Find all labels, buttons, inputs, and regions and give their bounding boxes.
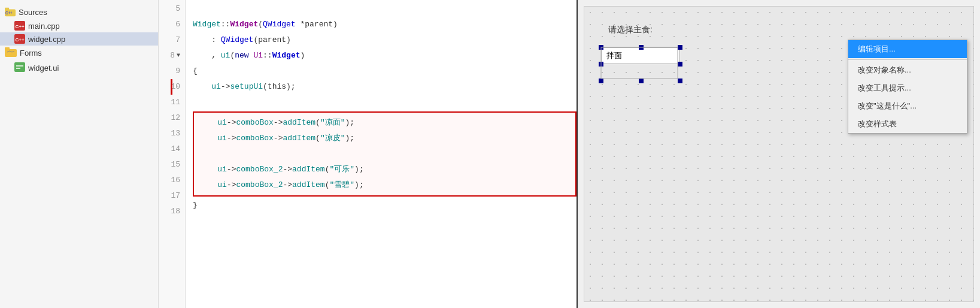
code-editor-panel: 5 6 7 8 9 10 11 12 13 14 15 16 17 18 Wid…	[159, 0, 578, 308]
selection-handle-br	[678, 78, 682, 83]
forms-label: Forms	[20, 49, 42, 58]
code-line-14	[194, 146, 575, 162]
line-num-8: 8	[170, 48, 180, 64]
line-num-9: 9	[175, 64, 180, 79]
svg-rect-8	[5, 47, 10, 50]
sidebar-item-sources[interactable]: C++ Sources	[0, 5, 158, 19]
svg-text:C++: C++	[5, 11, 13, 16]
line-num-7: 7	[175, 32, 180, 48]
line-num-16: 16	[171, 173, 180, 188]
svg-text:C++: C++	[15, 24, 24, 29]
code-line-8: , ui(new Ui::Widget)	[193, 48, 577, 64]
sidebar-item-widget-cpp[interactable]: C++ widget.cpp	[0, 32, 158, 46]
selection-handle-bm	[639, 78, 644, 83]
widget-ui-label: widget.ui	[28, 64, 59, 73]
line-num-17: 17	[171, 188, 180, 204]
context-menu-edit-items[interactable]: 编辑项目...	[848, 40, 967, 58]
sidebar-item-widget-ui[interactable]: widget.ui	[0, 61, 158, 76]
svg-text:C++: C++	[15, 37, 24, 43]
context-menu-change-tooltip[interactable]: 改变工具提示...	[848, 79, 967, 97]
line-num-13: 13	[171, 126, 180, 141]
sources-label: Sources	[19, 8, 47, 17]
combobox-widget[interactable]: 拌面	[601, 47, 680, 64]
sidebar-item-main-cpp[interactable]: C++ main.cpp	[0, 19, 158, 32]
selection-handle-tm	[639, 45, 644, 50]
widget-cpp-label: widget.cpp	[28, 35, 65, 44]
code-line-13: ui->comboBox->addItem("凉皮");	[194, 131, 575, 146]
line-num-18: 18	[171, 204, 180, 219]
context-menu-change-stylesheet[interactable]: 改变样式表	[848, 115, 967, 133]
line-num-12: 12	[171, 110, 180, 126]
code-line-10: ui->setupUi(this);	[193, 79, 577, 95]
line-num-11: 11	[171, 95, 180, 110]
line-num-5: 5	[175, 1, 180, 17]
code-line-12: ui->comboBox->addItem("凉面");	[194, 115, 575, 131]
code-line-16: ui->comboBox_2->addItem("雪碧");	[194, 177, 575, 193]
context-menu-change-name[interactable]: 改变对象名称...	[848, 61, 967, 79]
combobox-value: 拌面	[606, 50, 622, 61]
folder-cpp-icon: C++	[5, 7, 16, 17]
selection-handle-tl	[599, 45, 603, 50]
folder-forms-icon	[5, 47, 17, 59]
cpp-icon-2: C++	[14, 34, 25, 44]
sidebar-item-forms[interactable]: Forms	[0, 46, 158, 61]
code-line-11	[193, 95, 577, 110]
file-tree-panel: C++ Sources C++ main.cpp C++ widget.cpp	[0, 0, 159, 308]
context-menu-change-whatsthis[interactable]: 改变"这是什么"...	[848, 97, 967, 115]
code-line-18	[193, 213, 577, 229]
context-menu-separator-1	[848, 59, 967, 60]
selection-handle-mr	[678, 62, 682, 67]
selection-handle-ml	[599, 62, 603, 67]
highlighted-code-block: ui->comboBox->addItem("凉面"); ui->comboBo…	[193, 111, 577, 197]
code-line-9: {	[193, 64, 577, 79]
code-line-17: }	[193, 198, 577, 213]
designer-canvas[interactable]: 请选择主食: 拌面 编辑项目...	[584, 6, 974, 302]
main-food-label: 请选择主食:	[608, 25, 653, 35]
context-menu: 编辑项目... 改变对象名称... 改变工具提示... 改变"这是什么"... …	[848, 40, 967, 134]
line-num-15: 15	[171, 157, 180, 173]
svg-rect-1	[5, 8, 9, 10]
line-num-10: 10	[171, 79, 180, 95]
code-line-6: Widget::Widget(QWidget *parent)	[193, 17, 577, 32]
code-line-7: : QWidget(parent)	[193, 32, 577, 48]
code-line-5	[193, 1, 577, 17]
ui-file-icon	[14, 62, 25, 74]
line-num-6: 6	[175, 17, 180, 32]
main-cpp-label: main.cpp	[28, 22, 60, 31]
line-num-14: 14	[171, 141, 180, 157]
selection-handle-bl	[599, 78, 603, 83]
designer-panel: 请选择主食: 拌面 编辑项目...	[578, 0, 980, 308]
code-line-15: ui->comboBox_2->addItem("可乐");	[194, 162, 575, 177]
line-numbers: 5 6 7 8 9 10 11 12 13 14 15 16 17 18	[159, 0, 186, 308]
selection-handle-tr	[678, 45, 682, 50]
combobox-widget-area[interactable]: 拌面	[601, 47, 680, 64]
code-lines[interactable]: Widget::Widget(QWidget *parent) : QWidge…	[186, 0, 577, 308]
cpp-icon: C++	[14, 21, 25, 31]
svg-rect-9	[14, 62, 25, 72]
